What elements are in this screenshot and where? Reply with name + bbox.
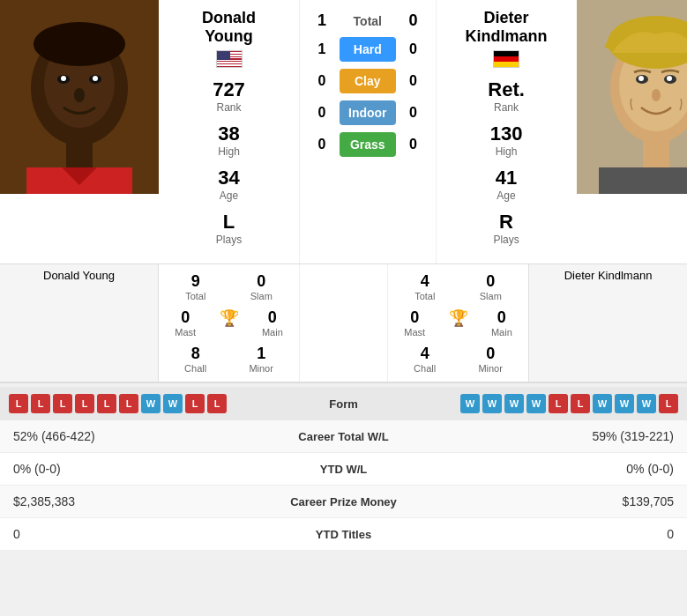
- total-row: 1 Total 0: [304, 11, 431, 30]
- slam-stat-right: 0: [480, 272, 502, 291]
- form-badge-rl1: L: [549, 394, 568, 413]
- chall-stat-label-right: Chall: [414, 363, 436, 374]
- form-badge-rw7: W: [637, 394, 656, 413]
- surface-hard-btn[interactable]: Hard: [340, 37, 396, 62]
- clay-score-left: 0: [304, 73, 340, 89]
- surface-indoor-btn[interactable]: Indoor: [340, 100, 396, 125]
- total-stat-label-right: Total: [414, 291, 435, 301]
- svg-point-10: [34, 22, 125, 66]
- age-value-right: 41: [445, 167, 568, 189]
- form-badge-rw4: W: [526, 394, 546, 413]
- high-label-left: High: [168, 145, 290, 158]
- surface-clay-btn[interactable]: Clay: [340, 69, 396, 93]
- svg-point-7: [93, 76, 98, 81]
- hard-score-left: 1: [304, 41, 340, 57]
- total-label: Total: [340, 14, 396, 28]
- ytd-wl-row: 0% (0-0) YTD W/L 0% (0-0): [0, 453, 687, 486]
- svg-point-20: [652, 89, 661, 101]
- age-label-left: Age: [168, 189, 290, 202]
- ytd-titles-left: 0: [13, 527, 256, 541]
- ytd-titles-row: 0 YTD Titles 0: [0, 518, 687, 551]
- flag-right: [493, 50, 519, 68]
- career-prize-left: $2,385,383: [13, 494, 256, 508]
- form-badge-l5: L: [97, 394, 116, 413]
- detail-stats-right: 4 Total 0 Slam 0 Mast 🏆 0 Main: [387, 264, 528, 382]
- svg-point-6: [61, 76, 66, 81]
- ytd-titles-right: 0: [432, 527, 675, 541]
- detail-stats-left: 9 Total 0 Slam 0 Mast 🏆 0 Main: [159, 264, 300, 382]
- surface-grass-btn[interactable]: Grass: [340, 132, 396, 157]
- form-badge-w2: W: [163, 394, 183, 413]
- form-badge-rl3: L: [659, 394, 678, 413]
- svg-point-18: [638, 76, 644, 81]
- center-section: 1 Total 0 1 Hard 0 0 Clay 0 0 Indoor 0 0: [300, 0, 436, 263]
- age-value-left: 34: [168, 167, 290, 189]
- mast-stat-label-right: Mast: [404, 327, 425, 338]
- rank-label-left: Rank: [168, 101, 290, 114]
- player-stats-left: Donald Young 727 Rank 38 High 34 Age L P…: [159, 0, 300, 263]
- indoor-score-right: 0: [396, 105, 431, 121]
- rank-label-right: Rank: [445, 101, 568, 114]
- form-badge-l4: L: [75, 394, 94, 413]
- career-wl-left: 52% (466-422): [13, 429, 256, 443]
- minor-stat-label-left: Minor: [249, 363, 273, 374]
- main-stat-label-left: Main: [262, 327, 283, 338]
- minor-stat-left: 1: [249, 345, 273, 363]
- player-name-right: Dieter Kindlmann: [445, 9, 568, 46]
- player-comparison: Donald Young 727 Rank 38 High 34 Age L P…: [0, 0, 687, 264]
- total-stat-left: 9: [185, 272, 205, 291]
- ytd-wl-left: 0% (0-0): [13, 462, 256, 476]
- ytd-wl-right: 0% (0-0): [432, 462, 675, 476]
- form-badge-rw6: W: [615, 394, 634, 413]
- indoor-score-left: 0: [304, 105, 340, 121]
- form-badge-rw2: W: [482, 394, 502, 413]
- grass-score-left: 0: [304, 137, 340, 152]
- player-photo-right: [577, 0, 687, 194]
- form-badge-l7: L: [185, 394, 205, 413]
- career-prize-label: Career Prize Money: [256, 495, 432, 508]
- ytd-wl-label: YTD W/L: [256, 463, 432, 476]
- flag-left: [216, 50, 243, 68]
- surface-row-hard: 1 Hard 0: [304, 37, 431, 62]
- slam-stat-label-right: Slam: [480, 291, 502, 301]
- form-badge-rl2: L: [571, 394, 590, 413]
- form-badge-rw5: W: [593, 394, 612, 413]
- career-total-row: 52% (466-422) Career Total W/L 59% (319-…: [0, 420, 687, 453]
- rank-value-left: 727: [168, 78, 290, 101]
- total-score-right: 0: [396, 11, 431, 30]
- form-badges-left: L L L L L L W W L L: [9, 394, 291, 413]
- bottom-section: L L L L L L W W L L Form W W W W L L W W: [0, 387, 687, 551]
- svg-rect-21: [599, 167, 687, 194]
- surface-row-grass: 0 Grass 0: [304, 132, 431, 157]
- form-badge-rw1: W: [460, 394, 480, 413]
- total-stat-label-left: Total: [185, 291, 205, 301]
- main-stat-left: 0: [262, 308, 283, 327]
- mast-stat-right: 0: [404, 308, 425, 327]
- surface-row-clay: 0 Clay 0: [304, 69, 431, 93]
- name-text-right: Dieter Kindlmann: [564, 269, 653, 282]
- high-value-right: 130: [445, 122, 568, 145]
- age-label-right: Age: [445, 189, 568, 202]
- minor-stat-label-right: Minor: [478, 363, 503, 374]
- form-badges-right: W W W W L L W W W L: [397, 394, 679, 413]
- trophy-icon-right: 🏆: [449, 309, 468, 327]
- form-label: Form: [291, 397, 397, 411]
- player-name-left: Donald Young: [168, 9, 290, 46]
- high-label-right: High: [445, 145, 568, 158]
- career-wl-right: 59% (319-221): [432, 429, 675, 443]
- ytd-titles-label: YTD Titles: [256, 528, 432, 541]
- name-text-left: Donald Young: [43, 269, 115, 282]
- high-value-left: 38: [168, 122, 290, 145]
- player-photo-left: [0, 0, 159, 194]
- rank-value-right: Ret.: [445, 78, 568, 101]
- plays-value-right: R: [445, 211, 568, 234]
- slam-stat-left: 0: [250, 272, 273, 291]
- name-stats-row: Donald Young 9 Total 0 Slam 0 Mast: [0, 264, 687, 383]
- hard-score-right: 0: [396, 41, 431, 57]
- chall-stat-left: 8: [184, 345, 206, 363]
- trophy-icon-left: 🏆: [220, 309, 239, 327]
- form-badge-l6: L: [119, 394, 138, 413]
- form-badge-l2: L: [31, 394, 50, 413]
- form-badge-l3: L: [53, 394, 72, 413]
- mast-stat-label-left: Mast: [175, 327, 196, 338]
